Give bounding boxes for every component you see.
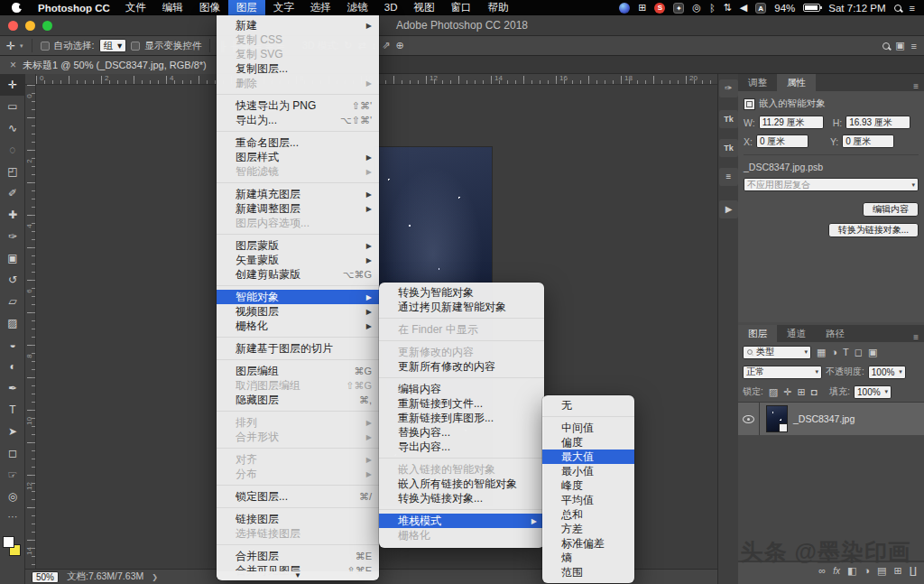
layer-comp-dropdown[interactable]: 不应用图层复合 ▾ <box>744 178 919 191</box>
menu-item[interactable]: 排列▶ <box>217 415 379 430</box>
airdrop-icon[interactable]: ◎ <box>692 2 701 14</box>
eraser-tool[interactable]: ▱ <box>0 291 25 312</box>
panel-tab[interactable]: 图层 <box>738 325 777 342</box>
3d-scale-icon[interactable]: ⊕ <box>394 40 404 51</box>
crop-tool[interactable]: ◰ <box>0 161 25 182</box>
panel-menu-icon[interactable]: ≡ <box>913 81 924 91</box>
x-field[interactable]: 0 厘米 <box>756 134 808 148</box>
filter-shape-layers-icon[interactable]: ◻ <box>853 347 864 358</box>
menu-item[interactable]: 重命名图层... <box>217 135 379 150</box>
gradient-tool[interactable]: ▨ <box>0 312 25 334</box>
layer-visibility-toggle[interactable] <box>738 403 760 435</box>
menu-item[interactable]: 矢量蒙版▶ <box>217 253 379 267</box>
menu-item[interactable]: 合并形状▶ <box>217 430 379 444</box>
convert-to-linked-button[interactable]: 转换为链接对象... <box>828 223 919 237</box>
panel-tab[interactable]: 路径 <box>816 325 855 342</box>
menu-item[interactable]: 链接图层 <box>217 512 379 526</box>
menu-item[interactable]: 创建剪贴蒙版⌥⌘G <box>217 267 379 282</box>
hand-tool[interactable]: ☞ <box>0 464 25 486</box>
opacity-field[interactable]: 100% ▾ <box>868 366 906 379</box>
menu-item[interactable]: 在 Finder 中显示 <box>379 322 544 337</box>
notification-center-icon[interactable]: ≡ <box>910 3 915 14</box>
menubar-item[interactable]: 编辑 <box>154 0 191 15</box>
menu-item[interactable]: 对齐▶ <box>217 452 379 467</box>
brush-settings-icon[interactable]: ✑ <box>719 79 738 97</box>
menu-item[interactable]: 最小值 <box>542 464 634 478</box>
sync-arrows-icon[interactable]: ⇅ <box>724 2 732 14</box>
menu-item[interactable]: 智能对象▶ <box>217 290 379 304</box>
paragraph-styles-icon[interactable]: Tk <box>719 139 738 157</box>
menu-item[interactable]: 栅格化 <box>379 528 544 542</box>
workspace-icon[interactable]: ▣ <box>894 40 905 51</box>
menu-item[interactable]: 熵 <box>542 551 634 565</box>
show-transform-checkbox[interactable] <box>131 42 140 51</box>
menu-item[interactable]: 转换为链接对象... <box>379 491 544 505</box>
menu-item[interactable]: 偏度 <box>542 435 634 450</box>
layer-thumbnail[interactable] <box>766 405 788 432</box>
menu-item[interactable]: 图层内容选项... <box>217 216 379 230</box>
filter-smart-objects-icon[interactable]: ▣ <box>866 347 879 358</box>
panel-menu-icon[interactable]: ≡ <box>910 41 918 51</box>
lock-transparency-icon[interactable]: ▨ <box>767 386 780 398</box>
menubar-item[interactable]: 帮助 <box>480 0 517 15</box>
menu-item[interactable]: 重新链接到文件... <box>379 396 544 411</box>
menu-item[interactable]: 更新修改的内容 <box>379 345 544 359</box>
menubar-item[interactable]: 视图 <box>406 0 443 15</box>
clone-stamp-tool[interactable]: ▣ <box>0 247 25 269</box>
auto-select-checkbox[interactable] <box>41 42 50 51</box>
menu-item[interactable]: 新建填充图层▶ <box>217 187 379 201</box>
menu-item[interactable]: 方差 <box>542 522 634 536</box>
lasso-tool[interactable]: ∿ <box>0 117 25 139</box>
height-field[interactable]: 16.93 厘米 <box>845 116 910 129</box>
launchpad-icon[interactable]: ⊞ <box>638 2 646 14</box>
menu-item[interactable]: 图层蒙版▶ <box>217 238 379 253</box>
panel-tab[interactable]: 调整 <box>738 74 777 91</box>
layer-row[interactable]: _DSC8347.jpg <box>738 403 924 435</box>
tool-preset-caret-icon[interactable]: ▾ <box>20 42 23 50</box>
search-icon[interactable] <box>882 42 890 50</box>
history-brush-tool[interactable]: ↺ <box>0 269 25 291</box>
zoom-level-field[interactable]: 50% <box>32 571 59 583</box>
menubar-item[interactable]: 3D <box>376 0 406 15</box>
menu-item[interactable]: 导出为...⌥⇧⌘' <box>217 113 379 127</box>
edit-contents-button[interactable]: 编辑内容 <box>863 202 919 217</box>
menu-item[interactable]: 中间值 <box>542 421 634 435</box>
input-source-icon[interactable]: A <box>755 3 766 14</box>
menu-item[interactable]: 复制图层... <box>217 61 379 76</box>
menu-item[interactable]: 通过拷贝新建智能对象 <box>379 300 544 314</box>
status-chevron-icon[interactable]: ❯ <box>152 573 158 581</box>
menu-scroll-down-icon[interactable]: ▼ <box>217 571 379 579</box>
lock-pixels-icon[interactable]: ✛ <box>781 386 793 398</box>
menu-item[interactable]: 重新链接到库图形... <box>379 411 544 425</box>
lock-all-icon[interactable]: ◘ <box>809 386 819 398</box>
vertical-ruler[interactable]: 02468101214 <box>25 85 36 569</box>
menu-item[interactable]: 新建▶ <box>217 18 379 32</box>
menu-item[interactable]: 图层样式▶ <box>217 150 379 164</box>
close-tab-icon[interactable]: × <box>10 59 16 71</box>
menu-item[interactable]: 平均值 <box>542 493 634 507</box>
menu-item[interactable]: 标准偏差 <box>542 536 634 551</box>
menu-item[interactable]: 范围 <box>542 565 634 579</box>
menu-item[interactable]: 视频图层▶ <box>217 304 379 319</box>
app-badge-s-icon[interactable]: S <box>654 3 665 14</box>
current-tool-icon[interactable]: ✛ <box>6 40 15 52</box>
menu-item[interactable]: 合并图层⌘E <box>217 549 379 563</box>
menubar-item[interactable]: 文字 <box>265 0 302 15</box>
menu-item[interactable]: 替换内容... <box>379 425 544 440</box>
pen-tool[interactable]: ✒ <box>0 377 25 399</box>
bluetooth-icon[interactable]: ᛒ <box>709 3 716 14</box>
panel-tab[interactable]: 通道 <box>777 325 816 342</box>
menu-item[interactable]: 复制 CSS <box>217 32 379 47</box>
menu-item[interactable]: 选择链接图层 <box>217 526 379 541</box>
menubar-item[interactable]: 选择 <box>302 0 339 15</box>
move-tool[interactable]: ✛ <box>0 74 25 96</box>
filter-pixel-layers-icon[interactable]: ▦ <box>815 347 827 358</box>
app-badge-icon[interactable]: ✦ <box>673 3 684 14</box>
siri-icon[interactable] <box>619 3 630 14</box>
spotlight-search-icon[interactable] <box>894 5 901 12</box>
menu-item[interactable]: 无 <box>542 398 634 413</box>
fill-field[interactable]: 100% ▾ <box>854 385 892 399</box>
menu-item[interactable]: 导出内容... <box>379 440 544 454</box>
width-field[interactable]: 11.29 厘米 <box>759 116 824 129</box>
menu-item[interactable]: 新建调整图层▶ <box>217 201 379 216</box>
